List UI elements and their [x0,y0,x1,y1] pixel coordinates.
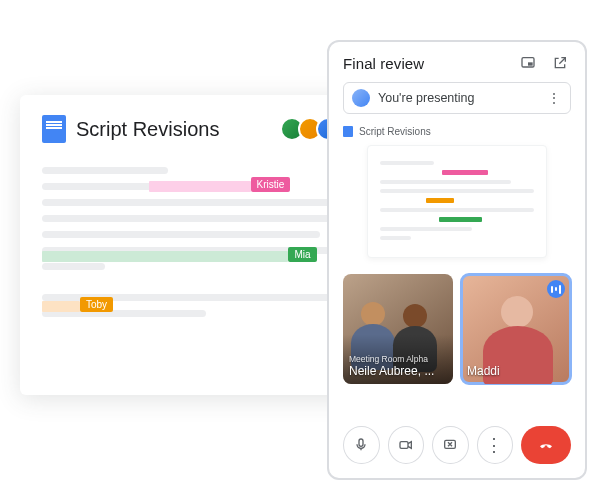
mic-button[interactable] [343,426,380,464]
presenting-chip[interactable]: You're presenting ⋮ [343,82,571,114]
tile-names: Maddi [467,364,500,378]
tile-room: Meeting Room Alpha [349,354,434,364]
video-tiles: Meeting Room Alpha Neile Aubree, ... Mad… [343,274,571,384]
doc-line [380,180,511,184]
more-icon: ⋮ [485,443,504,447]
meet-header: Final review [343,54,571,72]
meet-title: Final review [343,55,507,72]
doc-line [380,236,411,240]
docs-title: Script Revisions [76,118,276,141]
docs-window: Script Revisions + Kristie Mia Toby [20,95,380,395]
doc-line [380,189,534,193]
video-tile[interactable]: Meeting Room Alpha Neile Aubree, ... [343,274,453,384]
highlight [439,217,482,222]
video-tile-active[interactable]: Maddi [461,274,571,384]
meet-panel: Final review You're presenting ⋮ Script … [327,40,587,480]
highlight [426,198,454,203]
docs-header: Script Revisions + [42,115,358,143]
doc-line [42,263,105,270]
presenter-avatar [352,89,370,107]
hangup-button[interactable] [521,426,571,464]
doc-line [42,199,358,206]
pip-icon[interactable] [517,54,539,72]
highlight-toby [42,301,80,312]
docs-icon [42,115,66,143]
more-button[interactable]: ⋮ [477,426,514,464]
svg-rect-3 [400,442,408,449]
highlight-kristie [149,181,250,192]
highlight [442,170,488,175]
docs-icon [343,126,353,137]
docs-body: Kristie Mia Toby [42,167,358,317]
meet-controls: ⋮ [343,426,571,464]
svg-rect-2 [359,439,363,446]
doc-line [380,208,534,212]
doc-line [380,161,434,165]
speaking-icon [547,280,565,298]
more-icon[interactable]: ⋮ [547,96,562,100]
doc-line [380,227,472,231]
highlight-mia [42,251,288,262]
preview-card [367,145,547,258]
tile-names: Neile Aubree, ... [349,364,434,378]
presenting-text: You're presenting [378,91,539,105]
stop-share-button[interactable] [432,426,469,464]
shared-content-preview[interactable]: Script Revisions [343,126,571,258]
preview-title: Script Revisions [359,126,431,137]
cursor-tag-kristie: Kristie [251,177,291,192]
doc-line [42,167,168,174]
popout-icon[interactable] [549,54,571,72]
cursor-tag-toby: Toby [80,297,113,312]
doc-line [42,231,320,238]
doc-line [42,215,358,222]
camera-button[interactable] [388,426,425,464]
cursor-tag-mia: Mia [288,247,316,262]
svg-rect-1 [528,62,533,65]
